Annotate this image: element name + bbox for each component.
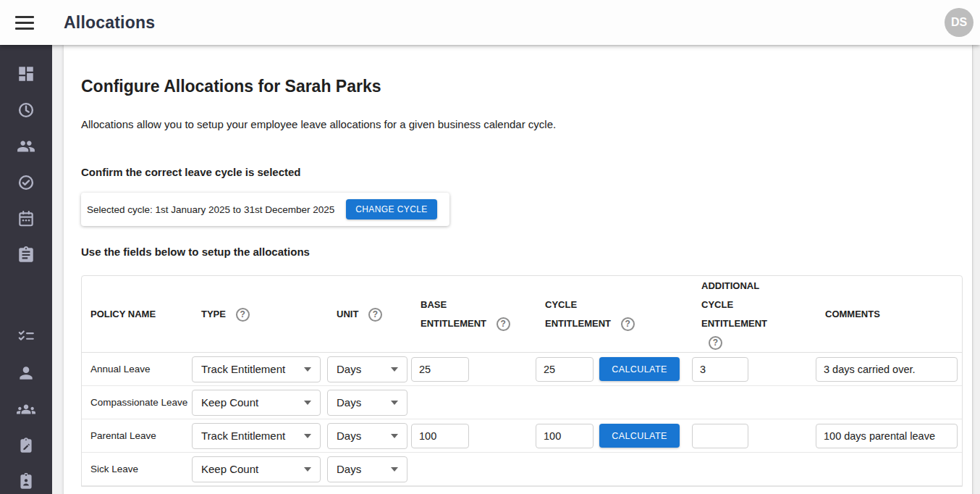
column-header-base-entitlement: BASE ENTITLEMENT ?: [411, 296, 536, 333]
type-select[interactable]: Track Entitlement: [192, 423, 321, 449]
policy-name: Parental Leave: [90, 430, 156, 441]
checklist-icon: [17, 327, 35, 346]
scrollbar[interactable]: [972, 45, 980, 494]
column-header-type: TYPE ?: [192, 305, 327, 324]
chevron-down-icon: [304, 467, 311, 472]
sidebar-item-check-circle[interactable]: [17, 173, 35, 192]
help-icon[interactable]: ?: [709, 336, 722, 350]
sidebar-item-clock[interactable]: [17, 101, 35, 120]
unit-select-value: Days: [337, 396, 361, 409]
chevron-down-icon: [391, 467, 398, 472]
app-bar: Allocations DS: [0, 0, 980, 45]
type-select[interactable]: Keep Count: [192, 390, 321, 416]
column-header-policy-name: POLICY NAME: [82, 305, 192, 324]
unit-select[interactable]: Days: [327, 456, 407, 482]
unit-select-value: Days: [337, 430, 361, 442]
help-icon[interactable]: ?: [621, 317, 635, 331]
column-label: COMMENTS: [825, 309, 880, 319]
badge-icon: [17, 472, 35, 491]
column-label: CYCLE ENTITLEMENT: [545, 299, 611, 329]
policy-name: Compassionate Leave: [90, 397, 187, 408]
avatar[interactable]: DS: [945, 8, 973, 37]
column-header-unit: UNIT ?: [327, 305, 411, 324]
chevron-down-icon: [304, 367, 311, 372]
unit-select[interactable]: Days: [327, 423, 407, 449]
selected-cycle-text: Selected cycle: 1st January 2025 to 31st…: [87, 204, 334, 215]
chevron-down-icon: [391, 367, 398, 372]
sidebar-item-dashboard[interactable]: [17, 64, 35, 83]
groups-icon: [17, 400, 35, 419]
main-area: Configure Allocations for Sarah Parks Al…: [52, 45, 980, 494]
sidebar-item-groups[interactable]: [17, 400, 35, 419]
clock-icon: [17, 101, 35, 120]
people-icon: [17, 137, 35, 156]
column-label: BASE ENTITLEMENT: [421, 299, 486, 329]
type-select-value: Track Entitlement: [201, 363, 285, 375]
type-select-value: Keep Count: [201, 463, 258, 475]
allocations-section-heading: Use the fields below to setup the alloca…: [81, 246, 963, 258]
sidebar-item-edit-clipboard[interactable]: [17, 436, 35, 455]
chevron-down-icon: [304, 401, 311, 405]
sidebar-item-people[interactable]: [17, 137, 35, 156]
chevron-down-icon: [304, 434, 311, 438]
column-label: TYPE: [201, 309, 226, 319]
calendar-icon: [17, 209, 35, 228]
unit-select[interactable]: Days: [327, 390, 407, 416]
column-label: ADDITIONAL CYCLE ENTITLEMENT: [701, 280, 767, 329]
allocation-row: Sick LeaveKeep CountDays: [82, 453, 962, 486]
policy-name: Annual Leave: [90, 364, 151, 374]
type-select[interactable]: Track Entitlement: [192, 356, 321, 382]
help-icon[interactable]: ?: [236, 308, 250, 322]
base-entitlement-input[interactable]: [411, 424, 469, 448]
comments-input[interactable]: [816, 424, 958, 448]
sidebar-item-checklist[interactable]: [17, 327, 35, 346]
calculate-button[interactable]: CALCULATE: [599, 357, 680, 381]
allocation-row: Parental LeaveTrack EntitlementDaysCALCU…: [82, 419, 962, 453]
page-title: Configure Allocations for Sarah Parks: [81, 77, 963, 96]
clipboard-icon: [17, 246, 35, 264]
comments-input[interactable]: [816, 357, 958, 382]
help-icon[interactable]: ?: [497, 317, 510, 331]
table-header-row: POLICY NAMETYPE ?UNIT ?BASE ENTITLEMENT …: [82, 276, 962, 353]
additional-cycle-entitlement-input[interactable]: [692, 424, 748, 448]
additional-cycle-entitlement-input[interactable]: [692, 357, 748, 382]
content-card: Configure Allocations for Sarah Parks Al…: [64, 45, 972, 494]
menu-icon[interactable]: [15, 16, 34, 30]
base-entitlement-input[interactable]: [411, 357, 469, 382]
cycle-entitlement-input[interactable]: [536, 424, 594, 448]
chevron-down-icon: [391, 401, 398, 405]
allocation-row: Annual LeaveTrack EntitlementDaysCALCULA…: [82, 353, 962, 386]
column-header-cycle-entitlement: CYCLE ENTITLEMENT ?: [536, 296, 692, 333]
selected-cycle-card: Selected cycle: 1st January 2025 to 31st…: [81, 193, 449, 226]
column-label: POLICY NAME: [90, 309, 156, 319]
unit-select[interactable]: Days: [327, 356, 407, 382]
edit-clipboard-icon: [17, 436, 35, 455]
sidebar-nav: [0, 45, 52, 494]
column-label: UNIT: [337, 309, 358, 319]
type-select[interactable]: Keep Count: [192, 456, 321, 482]
cycle-section-heading: Confirm the correct leave cycle is selec…: [81, 166, 963, 178]
dashboard-icon: [17, 64, 35, 83]
person-icon: [17, 364, 35, 382]
calculate-button[interactable]: CALCULATE: [599, 424, 680, 448]
sidebar-item-person[interactable]: [17, 364, 35, 382]
cycle-entitlement-input[interactable]: [536, 357, 594, 382]
app-title: Allocations: [64, 13, 155, 33]
sidebar-item-badge[interactable]: [17, 472, 35, 491]
type-select-value: Track Entitlement: [201, 430, 285, 442]
page-description: Allocations allow you to setup your empl…: [81, 118, 963, 130]
change-cycle-button[interactable]: CHANGE CYCLE: [346, 199, 437, 219]
unit-select-value: Days: [337, 463, 361, 475]
sidebar-item-clipboard[interactable]: [17, 246, 35, 264]
chevron-down-icon: [391, 434, 398, 438]
check-circle-icon: [17, 173, 35, 192]
policy-name: Sick Leave: [90, 464, 138, 474]
sidebar-item-calendar[interactable]: [17, 209, 35, 228]
type-select-value: Keep Count: [201, 396, 258, 409]
column-header-comments: COMMENTS: [816, 305, 962, 324]
allocation-row: Compassionate LeaveKeep CountDays: [82, 386, 962, 419]
help-icon[interactable]: ?: [368, 308, 382, 322]
unit-select-value: Days: [337, 363, 361, 375]
table-body: Annual LeaveTrack EntitlementDaysCALCULA…: [82, 353, 962, 486]
allocations-table: POLICY NAMETYPE ?UNIT ?BASE ENTITLEMENT …: [81, 275, 963, 487]
